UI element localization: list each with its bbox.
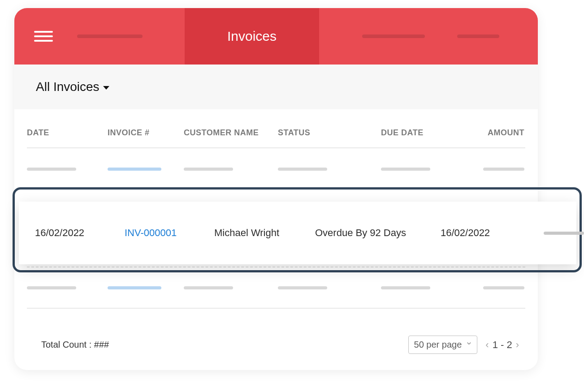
- tab-invoices[interactable]: Invoices: [185, 8, 319, 65]
- cell-placeholder: [184, 168, 233, 171]
- chevron-down-icon: [465, 342, 472, 348]
- table-row[interactable]: [27, 148, 525, 190]
- col-customer[interactable]: CUSTOMER NAME: [184, 128, 278, 138]
- page-range: 1 - 2: [493, 339, 512, 351]
- tab-invoices-label: Invoices: [227, 29, 277, 44]
- cell-placeholder: [381, 168, 430, 171]
- col-invoice[interactable]: INVOICE #: [108, 128, 184, 138]
- cell-customer-name: Michael Wright: [214, 227, 315, 239]
- cell-invoice-number[interactable]: INV-000001: [125, 227, 214, 239]
- caret-down-icon: [103, 86, 109, 90]
- per-page-label: 50 per page: [414, 340, 462, 350]
- menu-icon[interactable]: [34, 31, 53, 42]
- pager: ‹ 1 - 2 ›: [485, 339, 519, 351]
- footer-right: 50 per page ‹ 1 - 2 ›: [408, 336, 519, 354]
- table-row[interactable]: [27, 267, 525, 309]
- app-card: Invoices All Invoices DATE INVOICE # CUS…: [14, 8, 538, 370]
- header-left: [14, 8, 185, 65]
- cell-due-date: 16/02/2022: [441, 227, 526, 239]
- col-due-date[interactable]: DUE DATE: [381, 128, 471, 138]
- header-tab-placeholder[interactable]: [77, 34, 143, 38]
- cell-placeholder: [27, 168, 76, 171]
- cell-placeholder: [278, 168, 327, 171]
- cell-placeholder: [27, 286, 76, 289]
- filter-bar: All Invoices: [14, 65, 538, 109]
- col-amount[interactable]: AMOUNT: [471, 128, 524, 138]
- cell-placeholder: [108, 168, 161, 171]
- table-header-row: DATE INVOICE # CUSTOMER NAME STATUS DUE …: [27, 114, 525, 148]
- header-tab-placeholder[interactable]: [457, 34, 499, 38]
- per-page-dropdown[interactable]: 50 per page: [408, 336, 478, 354]
- cell-amount: [526, 232, 584, 235]
- filter-dropdown[interactable]: All Invoices: [36, 80, 109, 94]
- cell-status: Overdue By 92 Days: [315, 227, 441, 239]
- next-page-button[interactable]: ›: [516, 339, 519, 351]
- col-date[interactable]: DATE: [27, 128, 108, 138]
- highlighted-row-wrap: 16/02/2022 INV-000001 Michael Wright Ove…: [19, 202, 576, 264]
- cell-placeholder: [544, 232, 584, 235]
- col-status[interactable]: STATUS: [278, 128, 381, 138]
- table-footer: Total Count : ### 50 per page ‹ 1 - 2 ›: [41, 336, 519, 354]
- cell-date: 16/02/2022: [35, 227, 125, 239]
- highlighted-invoice-row[interactable]: 16/02/2022 INV-000001 Michael Wright Ove…: [19, 202, 576, 264]
- cell-placeholder: [278, 286, 327, 289]
- cell-placeholder: [108, 286, 161, 289]
- prev-page-button[interactable]: ‹: [485, 339, 489, 351]
- total-count-label: Total Count : ###: [41, 340, 109, 350]
- cell-placeholder: [483, 168, 524, 171]
- filter-dropdown-label: All Invoices: [36, 80, 99, 94]
- cell-placeholder: [483, 286, 524, 289]
- header-tab-placeholder[interactable]: [362, 34, 425, 38]
- cell-placeholder: [381, 286, 430, 289]
- header-right: [319, 8, 538, 65]
- app-header: Invoices: [14, 8, 538, 65]
- cell-placeholder: [184, 286, 233, 289]
